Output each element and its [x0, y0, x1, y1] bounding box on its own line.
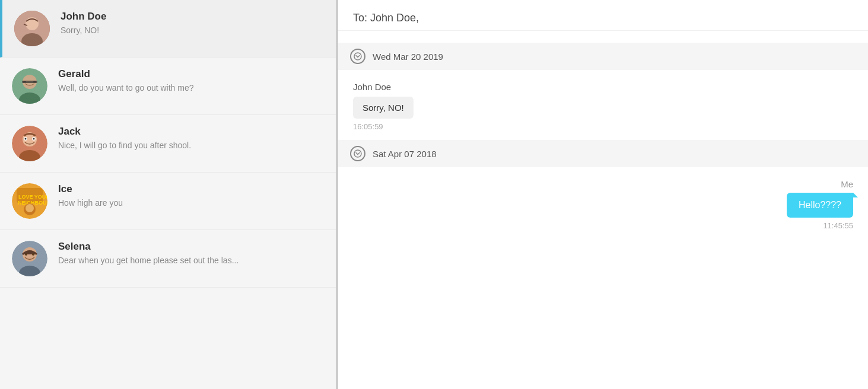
- svg-point-29: [354, 150, 361, 157]
- svg-text:LOVE YOUR: LOVE YOUR: [18, 194, 47, 200]
- avatar-jack: [12, 126, 47, 161]
- date-divider-1[interactable]: Wed Mar 20 2019: [338, 43, 868, 70]
- svg-point-26: [25, 253, 27, 256]
- contact-item-ice[interactable]: LOVE YOUR NEIGHBOUR Ice How high are you: [0, 173, 336, 230]
- contact-info-john-doe: John Doe Sorry, NO!: [61, 11, 106, 35]
- contact-item-john-doe[interactable]: John Doe Sorry, NO!: [0, 0, 336, 58]
- contact-name-selena: Selena: [58, 241, 239, 253]
- contact-item-selena[interactable]: Selena Dear when you get home please set…: [0, 230, 336, 288]
- svg-rect-8: [23, 81, 26, 82]
- chat-messages: Wed Mar 20 2019 John Doe Sorry, NO! 16:0…: [338, 31, 868, 389]
- message-time-me: 11:45:55: [823, 221, 853, 230]
- message-bubble-me: Hello????: [787, 193, 853, 218]
- contact-name-ice: Ice: [58, 183, 123, 195]
- contact-info-selena: Selena Dear when you get home please set…: [58, 241, 239, 265]
- svg-point-22: [26, 204, 34, 212]
- avatar-gerald: [12, 68, 47, 104]
- svg-point-28: [354, 53, 361, 60]
- message-time-1: 16:05:59: [353, 122, 853, 131]
- chat-to-label: To: John Doe,: [353, 12, 853, 24]
- contact-preview-ice: How high are you: [58, 198, 123, 208]
- contact-name-gerald: Gerald: [58, 68, 194, 80]
- contact-item-gerald[interactable]: Gerald Well, do you want to go out with …: [0, 58, 336, 115]
- date-text-1: Wed Mar 20 2019: [373, 52, 443, 62]
- message-bubble-1: Sorry, NO!: [353, 97, 414, 119]
- contact-info-ice: Ice How high are you: [58, 183, 123, 208]
- contacts-sidebar: John Doe Sorry, NO! Gerald Well, do you …: [0, 0, 338, 389]
- chat-panel: To: John Doe, Wed Mar 20 2019 John Doe S…: [338, 0, 868, 389]
- svg-point-15: [25, 138, 27, 140]
- date-text-2: Sat Apr 07 2018: [373, 149, 437, 159]
- contact-info-jack: Jack Nice, I will go to find you after s…: [58, 126, 191, 150]
- date-divider-2[interactable]: Sat Apr 07 2018: [338, 140, 868, 167]
- contact-name-john-doe: John Doe: [61, 11, 106, 23]
- message-sender-1: John Doe: [353, 82, 853, 92]
- message-group-2: Me Hello???? 11:45:55: [338, 173, 868, 233]
- chat-header: To: John Doe,: [338, 0, 868, 31]
- chevron-down-icon-1: [350, 49, 365, 64]
- svg-point-16: [33, 138, 35, 140]
- svg-rect-9: [33, 81, 36, 82]
- contact-preview-gerald: Well, do you want to go out with me?: [58, 83, 194, 93]
- avatar-john-doe: [14, 11, 50, 46]
- contact-info-gerald: Gerald Well, do you want to go out with …: [58, 68, 194, 93]
- contact-preview-selena: Dear when you get home please set out th…: [58, 256, 239, 265]
- message-sender-me: Me: [841, 179, 853, 189]
- svg-point-27: [32, 253, 34, 256]
- avatar-selena: [12, 241, 47, 276]
- contact-name-jack: Jack: [58, 126, 191, 138]
- contact-preview-john-doe: Sorry, NO!: [61, 25, 106, 35]
- chevron-down-icon-2: [350, 146, 365, 161]
- message-group-1: John Doe Sorry, NO! 16:05:59: [338, 76, 868, 134]
- contact-preview-jack: Nice, I will go to find you after shool.: [58, 141, 191, 150]
- contact-item-jack[interactable]: Jack Nice, I will go to find you after s…: [0, 115, 336, 173]
- avatar-ice: LOVE YOUR NEIGHBOUR: [12, 183, 47, 219]
